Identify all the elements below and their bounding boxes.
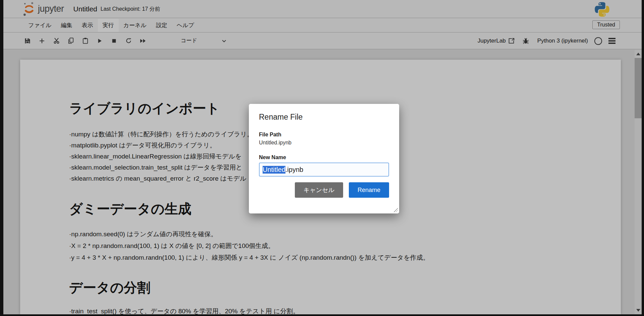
- resize-handle-icon[interactable]: [394, 208, 398, 212]
- selected-text: Untitled: [263, 166, 285, 174]
- file-path-value: Untitled.ipynb: [259, 140, 389, 146]
- cancel-button[interactable]: キャンセル: [295, 182, 343, 198]
- dialog-title: Rename File: [259, 113, 389, 122]
- rename-dialog: Rename File File Path Untitled.ipynb New…: [249, 104, 399, 213]
- file-path-label: File Path: [259, 132, 389, 138]
- rename-button[interactable]: Rename: [349, 182, 389, 198]
- new-name-input[interactable]: Untitled.ipynb: [259, 163, 389, 177]
- screen: jupyter Untitled Last Checkpoint: 17 分前 …: [0, 0, 644, 316]
- input-extension-text: .ipynb: [285, 166, 303, 174]
- dialog-actions: キャンセル Rename: [259, 182, 389, 198]
- new-name-label: New Name: [259, 154, 389, 161]
